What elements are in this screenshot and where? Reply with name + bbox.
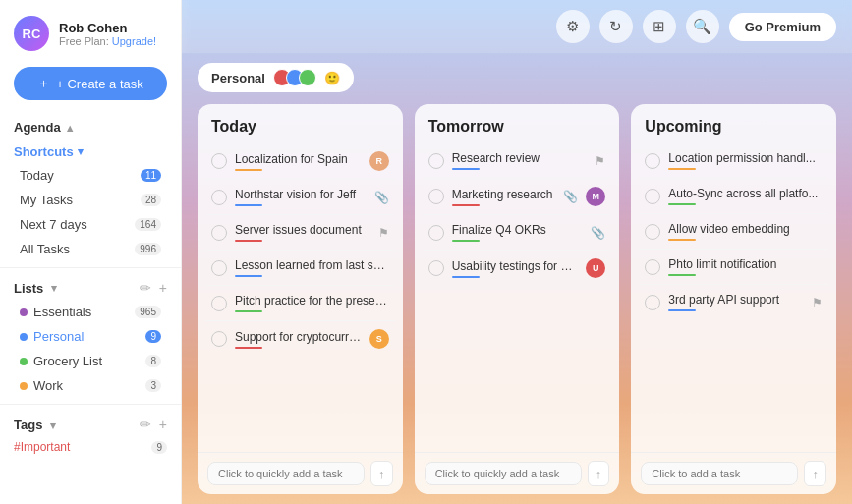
table-row[interactable]: Localization for Spain R bbox=[205, 143, 395, 180]
personal-tab[interactable]: Personal 🙂 bbox=[198, 63, 354, 92]
task-checkbox[interactable] bbox=[645, 224, 660, 240]
table-row[interactable]: Server issues document ⚑ bbox=[205, 215, 395, 251]
today-quick-add-button[interactable]: ↑ bbox=[370, 461, 393, 486]
go-premium-button[interactable]: Go Premium bbox=[729, 13, 836, 41]
sidebar-item-essentials[interactable]: Essentials 965 bbox=[6, 300, 175, 324]
table-row[interactable]: Marketing research 📎 M bbox=[423, 179, 612, 215]
task-content: Lesson learned from last sprint bbox=[235, 258, 389, 277]
task-checkbox[interactable] bbox=[211, 260, 227, 276]
sidebar-item-my-tasks[interactable]: My Tasks 28 bbox=[6, 188, 175, 212]
table-row[interactable]: Auto-Sync across all platfo... bbox=[639, 179, 828, 214]
table-row[interactable]: Pitch practice for the presentation bbox=[205, 286, 395, 321]
task-checkbox[interactable] bbox=[645, 259, 660, 275]
table-row[interactable]: Research review ⚑ bbox=[423, 143, 612, 179]
tomorrow-quick-add-button[interactable]: ↑ bbox=[588, 461, 610, 486]
today-tasks-list: Localization for Spain R Northstar visio… bbox=[198, 143, 403, 452]
task-checkbox[interactable] bbox=[211, 190, 227, 205]
task-checkbox[interactable] bbox=[645, 189, 660, 204]
layout-button[interactable]: ⊞ bbox=[643, 10, 676, 43]
task-bar bbox=[235, 204, 262, 206]
main-header: ⚙ ↻ ⊞ 🔍 Go Premium bbox=[182, 0, 852, 53]
task-checkbox[interactable] bbox=[428, 189, 444, 204]
sidebar-item-today[interactable]: Today 11 bbox=[6, 163, 175, 188]
task-checkbox[interactable] bbox=[428, 260, 444, 276]
upgrade-link[interactable]: Upgrade! bbox=[112, 35, 156, 47]
task-bar bbox=[668, 239, 696, 241]
tomorrow-quick-add-input[interactable] bbox=[425, 462, 582, 485]
user-info: Rob Cohen Free Plan: Upgrade! bbox=[59, 21, 156, 47]
table-row[interactable]: Phto limit notification bbox=[639, 250, 828, 285]
tomorrow-column: Tomorrow Research review ⚑ Marketing res… bbox=[415, 104, 620, 494]
upcoming-tasks-list: Location permission handl... Auto-Sync a… bbox=[631, 143, 836, 452]
user-profile: RC Rob Cohen Free Plan: Upgrade! bbox=[0, 0, 181, 61]
task-content: Northstar vision for Jeff bbox=[235, 188, 367, 206]
search-button[interactable]: 🔍 bbox=[686, 10, 719, 43]
refresh-icon: ↻ bbox=[609, 18, 622, 35]
table-row[interactable]: Allow video embedding bbox=[639, 214, 828, 250]
task-bar bbox=[668, 274, 696, 276]
all-tasks-label: All Tasks bbox=[20, 242, 70, 256]
agenda-section-header: Agenda ▲ bbox=[0, 114, 181, 139]
task-content: Allow video embedding bbox=[668, 222, 823, 241]
task-content: Marketing research bbox=[452, 188, 556, 206]
tags-edit-button[interactable]: ✏ bbox=[140, 417, 151, 432]
task-checkbox[interactable] bbox=[211, 331, 227, 347]
divider bbox=[0, 267, 181, 268]
table-row[interactable]: Finalize Q4 OKRs 📎 bbox=[423, 215, 612, 251]
lists-actions: ✏ + bbox=[140, 280, 167, 296]
columns-container: Today Localization for Spain R Northstar… bbox=[182, 92, 852, 504]
lists-edit-button[interactable]: ✏ bbox=[140, 280, 151, 296]
task-content: Location permission handl... bbox=[668, 151, 823, 170]
table-row[interactable]: Support for cryptocurrency S bbox=[205, 321, 395, 357]
upcoming-quick-add-input[interactable] bbox=[641, 462, 798, 485]
attach-icon: 📎 bbox=[591, 226, 605, 240]
work-dot bbox=[20, 382, 28, 390]
task-checkbox[interactable] bbox=[645, 295, 660, 310]
task-bar bbox=[235, 169, 262, 171]
lists-add-button[interactable]: + bbox=[159, 280, 167, 296]
tag-item-important[interactable]: #Important 9 bbox=[0, 436, 181, 458]
sidebar-item-grocery[interactable]: Grocery List 8 bbox=[6, 349, 175, 373]
today-column-footer: ↑ bbox=[198, 452, 403, 494]
attach-icon: 📎 bbox=[374, 191, 389, 204]
task-content: Research review bbox=[452, 151, 588, 170]
sidebar-item-work[interactable]: Work 3 bbox=[6, 373, 175, 398]
task-name: Location permission handl... bbox=[668, 151, 823, 165]
sidebar-item-next7[interactable]: Next 7 days 164 bbox=[6, 212, 175, 237]
table-row[interactable]: Lesson learned from last sprint bbox=[205, 251, 395, 286]
task-name: Marketing research bbox=[452, 188, 556, 201]
task-content: 3rd party API support bbox=[668, 293, 804, 311]
table-row[interactable]: Northstar vision for Jeff 📎 bbox=[205, 180, 395, 215]
gear-icon: ⚙ bbox=[566, 18, 579, 35]
tab-avatar-3 bbox=[299, 69, 316, 86]
settings-button[interactable]: ⚙ bbox=[556, 10, 590, 43]
task-checkbox[interactable] bbox=[428, 153, 444, 169]
task-checkbox[interactable] bbox=[211, 296, 227, 311]
plus-icon: ＋ bbox=[37, 75, 50, 92]
table-row[interactable]: 3rd party API support ⚑ bbox=[639, 285, 828, 319]
task-checkbox[interactable] bbox=[645, 153, 660, 169]
tags-add-button[interactable]: + bbox=[159, 417, 167, 432]
task-checkbox[interactable] bbox=[211, 225, 227, 241]
today-quick-add-input[interactable] bbox=[207, 462, 365, 485]
task-name: Lesson learned from last sprint bbox=[235, 258, 389, 272]
table-row[interactable]: Location permission handl... bbox=[639, 143, 828, 179]
task-bar bbox=[452, 204, 480, 206]
table-row[interactable]: Usability testings for 3rd flow U bbox=[423, 251, 612, 286]
task-content: Finalize Q4 OKRs bbox=[452, 223, 584, 242]
task-checkbox[interactable] bbox=[211, 153, 227, 169]
essentials-badge: 965 bbox=[135, 306, 161, 318]
task-bar bbox=[235, 347, 262, 349]
important-tag-label: #Important bbox=[14, 440, 70, 454]
task-checkbox[interactable] bbox=[428, 225, 444, 241]
task-name: Finalize Q4 OKRs bbox=[452, 223, 584, 237]
refresh-button[interactable]: ↻ bbox=[599, 10, 633, 43]
task-name: Auto-Sync across all platfo... bbox=[668, 187, 823, 200]
upcoming-quick-add-button[interactable]: ↑ bbox=[804, 461, 826, 486]
sidebar-item-personal[interactable]: Personal 9 bbox=[6, 324, 175, 349]
task-content: Pitch practice for the presentation bbox=[235, 294, 389, 312]
tomorrow-column-footer: ↑ bbox=[415, 452, 620, 494]
shortcuts-header[interactable]: Shortcuts ▾ bbox=[0, 139, 181, 163]
sidebar-item-all-tasks[interactable]: All Tasks 996 bbox=[6, 237, 175, 261]
create-task-button[interactable]: ＋ + Create a task bbox=[14, 67, 167, 100]
